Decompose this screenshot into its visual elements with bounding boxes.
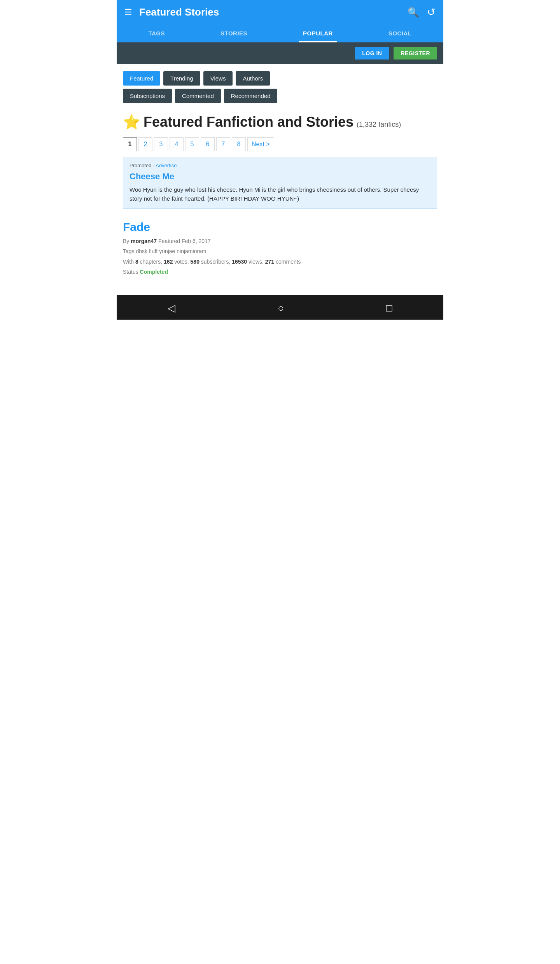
header-left: ☰ Featured Stories: [124, 6, 219, 18]
filter-subscriptions[interactable]: Subscriptions: [123, 89, 172, 103]
login-button[interactable]: LOG IN: [355, 47, 389, 59]
advertise-link[interactable]: Advertise: [156, 163, 177, 168]
header-title: Featured Stories: [139, 6, 219, 18]
home-button[interactable]: ○: [270, 301, 292, 316]
filter-featured[interactable]: Featured: [123, 71, 160, 86]
filter-section: Featured Trending Views Authors Subscrip…: [117, 64, 443, 110]
story-stats: With 8 chapters, 162 votes, 580 subscrib…: [123, 257, 437, 266]
filter-commented[interactable]: Commented: [175, 89, 221, 103]
page-4[interactable]: 4: [170, 137, 184, 151]
page-2[interactable]: 2: [138, 137, 152, 151]
back-button[interactable]: ◁: [160, 301, 183, 316]
ad-title[interactable]: Cheese Me: [130, 171, 430, 182]
tab-stories[interactable]: STORIES: [217, 24, 251, 42]
page-3[interactable]: 3: [154, 137, 168, 151]
page-7[interactable]: 7: [216, 137, 230, 151]
filter-row-2: Subscriptions Commented Recommended: [123, 89, 437, 103]
recent-button[interactable]: □: [378, 301, 400, 316]
pagination: 1 2 3 4 5 6 7 8 Next >: [117, 132, 443, 157]
page-heading: ⭐ Featured Fanfiction and Stories (1,332…: [117, 110, 443, 132]
auth-bar: LOG IN REGISTER: [117, 42, 443, 64]
register-button[interactable]: REGISTER: [394, 47, 437, 59]
tab-popular[interactable]: POPULAR: [299, 24, 337, 42]
refresh-icon[interactable]: ↺: [427, 6, 436, 18]
story-card: Fade By morgan47 Featured Feb 6, 2017 Ta…: [117, 215, 443, 283]
fanfic-count: (1,332 fanfics): [357, 121, 401, 129]
filter-row-1: Featured Trending Views Authors: [123, 71, 437, 86]
hamburger-icon[interactable]: ☰: [124, 7, 132, 17]
tab-social[interactable]: SOCIAL: [385, 24, 416, 42]
header: ☰ Featured Stories 🔍 ↺: [117, 0, 443, 24]
page-title: Featured Fanfiction and Stories: [144, 114, 354, 130]
page-8[interactable]: 8: [232, 137, 246, 151]
next-page-button[interactable]: Next >: [247, 137, 274, 151]
nav-tabs: TAGS STORIES POPULAR SOCIAL: [117, 24, 443, 42]
promoted-label: Promoted - Advertise: [130, 163, 430, 168]
story-byline: By morgan47 Featured Feb 6, 2017: [123, 237, 437, 245]
story-tags: Tags dbsk fluff yunjae ninjaminram: [123, 247, 437, 255]
page-1[interactable]: 1: [123, 137, 137, 151]
page-6[interactable]: 6: [201, 137, 215, 151]
status-badge: Completed: [140, 269, 168, 275]
ad-card: Promoted - Advertise Cheese Me Woo Hyun …: [123, 157, 437, 209]
bottom-nav: ◁ ○ □: [117, 295, 443, 320]
ad-description: Woo Hyun is the guy who lost his cheese.…: [130, 185, 430, 203]
tab-tags[interactable]: TAGS: [144, 24, 169, 42]
header-right: 🔍 ↺: [408, 6, 436, 18]
page-5[interactable]: 5: [185, 137, 199, 151]
filter-authors[interactable]: Authors: [236, 71, 270, 86]
search-icon[interactable]: 🔍: [408, 7, 419, 18]
story-title[interactable]: Fade: [123, 220, 437, 234]
star-icon: ⭐: [123, 114, 140, 130]
filter-views[interactable]: Views: [203, 71, 233, 86]
filter-recommended[interactable]: Recommended: [224, 89, 278, 103]
filter-trending[interactable]: Trending: [163, 71, 200, 86]
story-author[interactable]: morgan47: [131, 238, 157, 244]
story-status: Status Completed: [123, 268, 437, 276]
